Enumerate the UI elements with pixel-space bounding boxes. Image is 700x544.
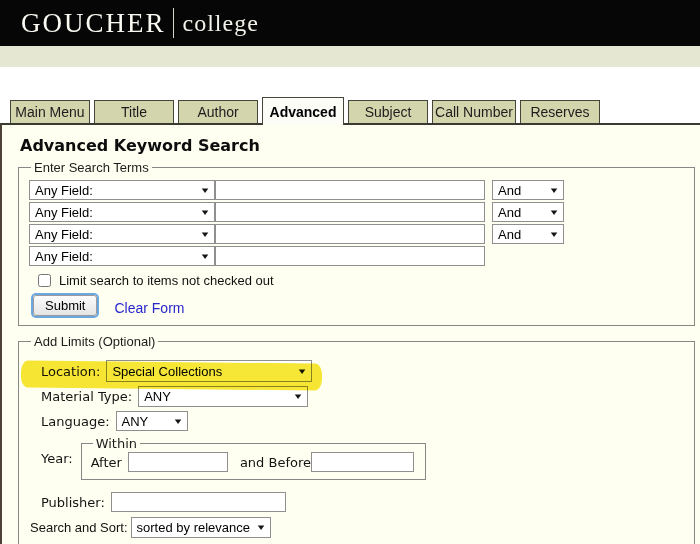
dropdown-arrow-icon: ▼ bbox=[548, 208, 559, 217]
field-select-1[interactable]: Any Field: ▼ bbox=[29, 180, 215, 200]
main-content: Advanced Keyword Search Enter Search Ter… bbox=[0, 123, 700, 544]
field-select-2[interactable]: Any Field: ▼ bbox=[29, 202, 215, 222]
boolean-select-2-value: And bbox=[498, 205, 521, 220]
tab-subject[interactable]: Subject bbox=[348, 100, 428, 123]
field-select-3-value: Any Field: bbox=[35, 227, 93, 242]
material-type-select-value: ANY bbox=[144, 389, 171, 404]
tab-title[interactable]: Title bbox=[94, 100, 174, 123]
search-terms-legend: Enter Search Terms bbox=[31, 160, 152, 175]
add-limits-legend: Add Limits (Optional) bbox=[31, 334, 158, 349]
material-type-select[interactable]: ANY ▼ bbox=[138, 386, 308, 407]
search-row: Any Field: ▼ And ▼ bbox=[29, 224, 686, 244]
boolean-select-1[interactable]: And ▼ bbox=[492, 180, 564, 200]
search-sort-select-value: sorted by relevance bbox=[137, 520, 250, 535]
before-label: and Before bbox=[240, 455, 311, 470]
tab-call-number[interactable]: Call Number bbox=[432, 100, 516, 123]
field-select-4-value: Any Field: bbox=[35, 249, 93, 264]
limit-checkbox-row: Limit search to items not checked out bbox=[38, 273, 686, 288]
not-checked-out-checkbox[interactable] bbox=[38, 274, 51, 287]
year-before-input[interactable] bbox=[311, 452, 414, 472]
search-sort-select[interactable]: sorted by relevance ▼ bbox=[131, 517, 271, 538]
publisher-label: Publisher: bbox=[41, 495, 105, 510]
boolean-select-1-value: And bbox=[498, 183, 521, 198]
tab-bar: Main Menu Title Author Advanced Subject … bbox=[0, 97, 700, 123]
brand-banner: GOUCHER college bbox=[0, 0, 700, 46]
year-after-input[interactable] bbox=[128, 452, 228, 472]
field-select-2-value: Any Field: bbox=[35, 205, 93, 220]
tab-reserves[interactable]: Reserves bbox=[520, 100, 600, 123]
add-limits-fieldset: Add Limits (Optional) Location: Special … bbox=[18, 334, 695, 544]
publisher-input[interactable] bbox=[111, 492, 286, 512]
field-select-3[interactable]: Any Field: ▼ bbox=[29, 224, 215, 244]
clear-form-link[interactable]: Clear Form bbox=[114, 300, 184, 316]
search-term-input-2[interactable] bbox=[215, 202, 485, 222]
location-select-value: Special Collections bbox=[112, 364, 222, 379]
field-select-1-value: Any Field: bbox=[35, 183, 93, 198]
location-select[interactable]: Special Collections ▼ bbox=[106, 360, 312, 382]
tab-advanced[interactable]: Advanced bbox=[262, 97, 344, 125]
dropdown-arrow-icon: ▼ bbox=[172, 417, 183, 426]
dropdown-arrow-icon: ▼ bbox=[199, 208, 210, 217]
after-label: After bbox=[91, 455, 122, 470]
brand-name: GOUCHER bbox=[21, 10, 166, 37]
search-row: Any Field: ▼ And ▼ bbox=[29, 202, 686, 222]
search-sort-row: Search and Sort: sorted by relevance ▼ bbox=[30, 517, 686, 538]
page-title: Advanced Keyword Search bbox=[20, 136, 700, 155]
material-type-label: Material Type: bbox=[41, 389, 132, 404]
search-term-input-1[interactable] bbox=[215, 180, 485, 200]
dropdown-arrow-icon: ▼ bbox=[548, 186, 559, 195]
submit-row: Submit Clear Form bbox=[33, 295, 686, 316]
publisher-row: Publisher: bbox=[41, 492, 686, 512]
language-select-value: ANY bbox=[122, 414, 149, 429]
dropdown-arrow-icon: ▼ bbox=[199, 186, 210, 195]
within-inner: After and Before bbox=[91, 452, 417, 472]
tab-author[interactable]: Author bbox=[178, 100, 258, 123]
language-select[interactable]: ANY ▼ bbox=[116, 411, 188, 431]
submit-button[interactable]: Submit bbox=[33, 295, 97, 316]
search-row: Any Field: ▼ bbox=[29, 246, 686, 266]
boolean-select-2[interactable]: And ▼ bbox=[492, 202, 564, 222]
field-select-4[interactable]: Any Field: ▼ bbox=[29, 246, 215, 266]
dropdown-arrow-icon: ▼ bbox=[255, 523, 266, 532]
search-terms-fieldset: Enter Search Terms Any Field: ▼ And ▼ An… bbox=[18, 160, 695, 326]
boolean-select-3[interactable]: And ▼ bbox=[492, 224, 564, 244]
boolean-select-3-value: And bbox=[498, 227, 521, 242]
dropdown-arrow-icon: ▼ bbox=[297, 367, 308, 376]
search-term-input-3[interactable] bbox=[215, 224, 485, 244]
accent-strip bbox=[0, 46, 700, 67]
tab-main-menu[interactable]: Main Menu bbox=[10, 100, 90, 123]
year-block: Year: Within After and Before bbox=[41, 436, 686, 480]
year-label: Year: bbox=[41, 451, 73, 466]
spacer bbox=[0, 67, 700, 97]
location-label: Location: bbox=[41, 364, 100, 379]
language-row: Language: ANY ▼ bbox=[41, 411, 686, 431]
material-type-row: Material Type: ANY ▼ bbox=[41, 386, 686, 407]
within-legend: Within bbox=[93, 436, 140, 451]
location-row: Location: Special Collections ▼ bbox=[41, 360, 686, 382]
dropdown-arrow-icon: ▼ bbox=[293, 392, 304, 401]
brand-divider bbox=[173, 8, 174, 38]
search-row: Any Field: ▼ And ▼ bbox=[29, 180, 686, 200]
dropdown-arrow-icon: ▼ bbox=[548, 230, 559, 239]
not-checked-out-label: Limit search to items not checked out bbox=[59, 273, 274, 288]
brand-subname: college bbox=[183, 11, 259, 35]
within-fieldset: Within After and Before bbox=[81, 436, 426, 480]
dropdown-arrow-icon: ▼ bbox=[199, 252, 210, 261]
search-term-input-4[interactable] bbox=[215, 246, 485, 266]
search-sort-label: Search and Sort: bbox=[30, 520, 128, 535]
language-label: Language: bbox=[41, 414, 110, 429]
dropdown-arrow-icon: ▼ bbox=[199, 230, 210, 239]
